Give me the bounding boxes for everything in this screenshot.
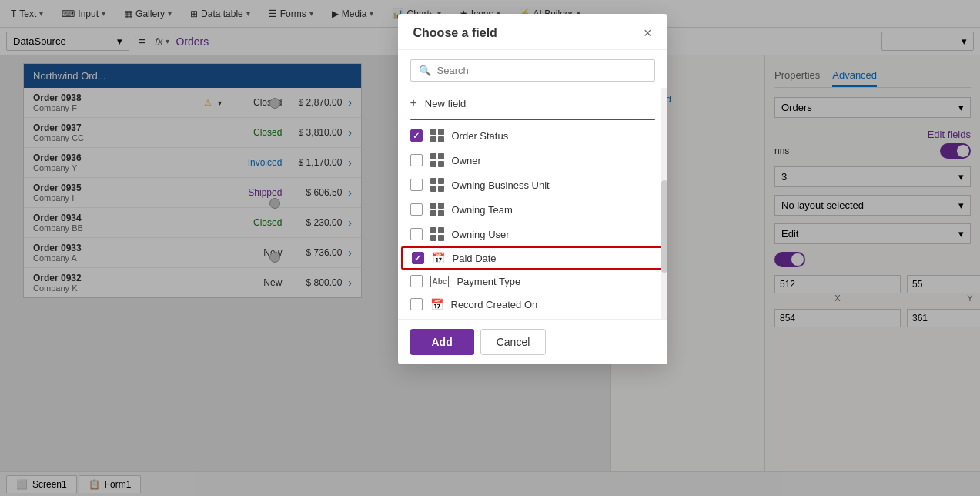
list-item[interactable]: Owning Business Unit bbox=[398, 173, 667, 197]
modal-field-list: + New field Order Status Owner bbox=[398, 88, 667, 319]
field-checkbox[interactable] bbox=[412, 252, 424, 264]
list-item[interactable]: 📅 Paid Date bbox=[401, 246, 664, 270]
list-item[interactable]: Owning Team bbox=[398, 197, 667, 222]
search-input[interactable] bbox=[437, 65, 647, 76]
cancel-button[interactable]: Cancel bbox=[480, 329, 547, 355]
field-type-icon: Abc bbox=[430, 276, 450, 287]
search-icon: 🔍 bbox=[419, 65, 431, 76]
field-name: Paid Date bbox=[453, 253, 654, 264]
scrollbar-track bbox=[661, 88, 667, 319]
field-checkbox[interactable] bbox=[410, 228, 423, 240]
field-type-icon bbox=[430, 153, 444, 167]
new-field-item[interactable]: + New field bbox=[398, 91, 667, 116]
list-item[interactable]: Owning User bbox=[398, 222, 667, 246]
field-checkbox[interactable] bbox=[410, 298, 423, 310]
modal-footer: Add Cancel bbox=[398, 319, 667, 364]
plus-icon: + bbox=[410, 96, 417, 110]
field-type-icon: 📅 bbox=[430, 298, 443, 310]
field-checkbox[interactable] bbox=[410, 275, 423, 287]
list-item[interactable]: 📅 Record Created On bbox=[398, 293, 667, 316]
field-checkbox[interactable] bbox=[410, 154, 423, 166]
list-item[interactable]: Order Status bbox=[398, 123, 667, 148]
modal-title: Choose a field bbox=[413, 26, 497, 40]
field-name: Owning Team bbox=[452, 204, 655, 216]
divider bbox=[410, 119, 655, 120]
field-type-icon bbox=[430, 178, 444, 192]
field-name: Owning Business Unit bbox=[452, 179, 655, 191]
field-checkbox[interactable] bbox=[410, 203, 423, 216]
list-item[interactable]: Owner bbox=[398, 148, 667, 173]
field-type-icon: 📅 bbox=[432, 252, 445, 264]
choose-field-modal: Choose a field × 🔍 + New field Order Sta… bbox=[398, 14, 667, 364]
modal-close-button[interactable]: × bbox=[644, 26, 652, 40]
list-item[interactable]: Abc Payment Type bbox=[398, 270, 667, 293]
field-type-icon bbox=[430, 203, 444, 216]
field-type-icon bbox=[430, 129, 444, 142]
field-name: Payment Type bbox=[457, 276, 654, 287]
modal-overlay: Choose a field × 🔍 + New field Order Sta… bbox=[0, 0, 980, 496]
scrollbar-thumb[interactable] bbox=[661, 180, 667, 273]
field-name: Order Status bbox=[452, 130, 655, 142]
add-button[interactable]: Add bbox=[410, 329, 474, 355]
field-checkbox[interactable] bbox=[410, 129, 423, 142]
modal-search-container: 🔍 bbox=[410, 59, 655, 82]
field-name: Record Created On bbox=[451, 299, 655, 310]
modal-header: Choose a field × bbox=[398, 14, 667, 50]
field-type-icon bbox=[430, 227, 444, 241]
field-name: Owning User bbox=[452, 229, 655, 240]
field-checkbox[interactable] bbox=[410, 179, 423, 191]
field-name: Owner bbox=[452, 155, 655, 166]
